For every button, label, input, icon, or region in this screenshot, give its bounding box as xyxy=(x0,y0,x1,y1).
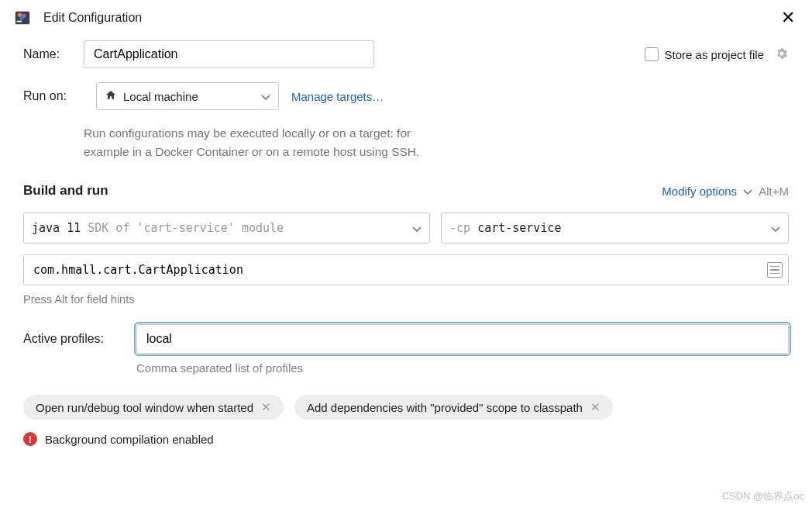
dialog-title: Edit Configuration xyxy=(43,11,778,25)
name-input[interactable] xyxy=(84,40,374,68)
classpath-value: -cp cart-service xyxy=(449,221,562,235)
home-icon xyxy=(105,89,117,104)
classpath-dropdown[interactable]: -cp cart-service xyxy=(441,213,789,244)
svg-rect-1 xyxy=(17,21,22,22)
manage-targets-link[interactable]: Manage targets… xyxy=(291,90,384,103)
store-as-project-checkbox[interactable] xyxy=(645,47,659,61)
gear-icon[interactable] xyxy=(775,47,789,63)
store-as-project-label: Store as project file xyxy=(665,48,764,61)
profiles-hint: Comma separated list of profiles xyxy=(136,361,789,375)
jdk-dropdown[interactable]: java 11 SDK of 'cart-service' module xyxy=(23,213,430,244)
active-profiles-label: Active profiles: xyxy=(23,332,124,346)
field-hint-text: Press Alt for field hints xyxy=(23,293,789,306)
intellij-icon xyxy=(14,9,31,26)
jdk-value: java 11 SDK of 'cart-service' module xyxy=(32,221,284,235)
run-on-dropdown[interactable]: Local machine xyxy=(96,82,279,110)
chevron-down-icon xyxy=(771,222,780,235)
build-run-heading: Build and run xyxy=(23,183,108,199)
chip-provided-scope[interactable]: Add dependencies with "provided" scope t… xyxy=(294,395,613,420)
chevron-down-icon xyxy=(743,185,752,198)
browse-class-icon[interactable] xyxy=(767,262,783,278)
watermark: CSDN @临界点oc xyxy=(722,489,804,503)
chip-open-tool-window[interactable]: Open run/debug tool window when started … xyxy=(23,395,284,420)
run-on-value: Local machine xyxy=(123,90,198,103)
modify-options-link[interactable]: Modify options xyxy=(662,185,752,198)
warning-row: ! Background compilation enabled xyxy=(23,432,789,446)
warning-text: Background compilation enabled xyxy=(45,433,214,446)
name-label: Name: xyxy=(23,47,84,61)
chevron-down-icon xyxy=(261,90,270,103)
close-icon[interactable]: ✕ xyxy=(261,400,271,414)
close-icon[interactable]: ✕ xyxy=(778,8,798,28)
chevron-down-icon xyxy=(412,222,421,235)
svg-point-4 xyxy=(19,16,23,20)
warning-icon: ! xyxy=(23,432,37,446)
run-on-label: Run on: xyxy=(23,89,84,103)
run-on-hint: Run configurations may be executed local… xyxy=(84,124,789,161)
active-profiles-input[interactable] xyxy=(136,324,789,354)
main-class-input[interactable] xyxy=(23,254,789,285)
close-icon[interactable]: ✕ xyxy=(590,400,600,414)
modify-shortcut: Alt+M xyxy=(759,185,789,198)
